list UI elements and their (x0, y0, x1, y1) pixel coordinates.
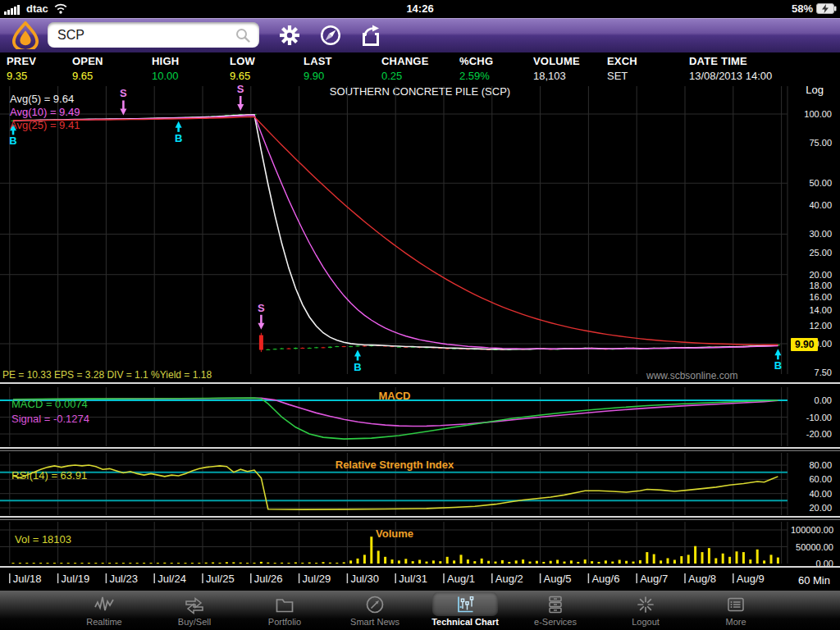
date-axis-tick: Aug/7 (640, 573, 668, 585)
price-axis-tick: 14.00 (809, 305, 832, 315)
date-axis-tick: Jul/24 (158, 573, 186, 585)
last-price-tag: 9.90 (791, 338, 818, 351)
tab-buy-sell[interactable]: Buy/Sell (149, 591, 240, 630)
svg-text:20.00: 20.00 (809, 503, 832, 513)
svg-text:-20.00: -20.00 (806, 429, 832, 439)
date-axis-tick: Aug/1 (447, 573, 475, 585)
search-input[interactable] (56, 27, 235, 43)
quote-value: 9.65 (72, 70, 145, 82)
ma-legend-line: Avg(25) = 9.41 (10, 119, 80, 131)
quote-value: SET (607, 70, 682, 82)
battery-percent: 58% (792, 2, 813, 15)
tab-realtime[interactable]: Realtime (59, 591, 149, 630)
sell-marker: S (237, 83, 244, 95)
scb-logo-icon[interactable] (10, 21, 41, 49)
date-axis-tick: Jul/23 (109, 573, 138, 585)
quote-col-change: CHANGE0.25 (375, 52, 453, 84)
svg-text:-10.00: -10.00 (806, 413, 832, 422)
tab-label: Technical Chart (431, 617, 499, 627)
quote-label: CHANGE (381, 55, 453, 67)
tab-portfolio[interactable]: Portfolio (240, 591, 330, 630)
ma-legend-line: Avg(10) = 9.49 (10, 106, 80, 118)
price-axis-tick: 40.00 (809, 200, 832, 210)
settings-gear-icon[interactable] (277, 24, 302, 47)
panel-divider (0, 450, 840, 451)
tab-logout[interactable]: Logout (600, 591, 691, 630)
browser-compass-icon[interactable] (318, 24, 343, 47)
quote-value: 9.65 (230, 70, 297, 82)
quote-label: LOW (230, 55, 297, 67)
date-axis-tick: Jul/30 (350, 573, 379, 585)
date-axis-tick: Jul/31 (399, 573, 427, 585)
quote-label: DATE TIME (689, 55, 840, 67)
tab-more[interactable]: More (691, 591, 781, 630)
price-axis-tick: 12.00 (809, 321, 832, 331)
rsi-panel-title: Relative Strength Index (0, 459, 789, 471)
date-axis-tick: Aug/5 (544, 573, 572, 585)
buy-marker: B (354, 361, 361, 373)
svg-text:50000.00: 50000.00 (796, 542, 833, 552)
tab-label: More (725, 617, 746, 627)
fundamentals-line: PE = 10.33 EPS = 3.28 DIV = 1.1 %Yield =… (2, 369, 212, 381)
quote-col-exch: EXCHSET (600, 52, 682, 84)
tab-label: Smart News (350, 617, 399, 627)
date-axis-tick: Aug/9 (737, 573, 765, 585)
battery-charging-icon (816, 3, 837, 14)
tab-smart-news[interactable]: Smart News (330, 591, 420, 630)
quote-col--chg: %CHG2.59% (453, 52, 527, 84)
quote-col-date-time: DATE TIME13/08/2013 14:00 (682, 52, 840, 84)
panel-divider (0, 566, 840, 568)
quote-col-last: LAST9.90 (297, 52, 375, 84)
quote-col-prev: PREV9.35 (0, 52, 66, 84)
technical-chart-icon (432, 592, 498, 616)
price-axis-tick: 16.00 (809, 292, 832, 302)
price-axis-tick: 25.00 (809, 248, 832, 258)
price-axis-tick: 100.00 (804, 109, 832, 119)
quote-label: EXCH (607, 55, 682, 67)
quote-value: 13/08/2013 14:00 (689, 70, 840, 82)
date-axis-tick: Jul/19 (62, 573, 90, 585)
eservices-icon (523, 592, 588, 616)
tab-e-services[interactable]: e-Services (510, 591, 600, 630)
panel-divider (0, 519, 840, 520)
interval-label[interactable]: 60 Min (798, 574, 830, 587)
quote-value: 2.59% (459, 70, 527, 82)
date-axis-tick: Jul/29 (303, 573, 331, 585)
price-axis-tick: 18.00 (809, 281, 832, 290)
panel-divider (0, 447, 840, 449)
grid-lines (0, 86, 788, 564)
rsi-value-label: RSI(14) = 63.91 (11, 469, 87, 482)
svg-text:60.00: 60.00 (809, 474, 832, 484)
date-axis-tick: Jul/26 (254, 573, 283, 585)
panel-divider (0, 516, 840, 518)
date-axis-tick: Aug/8 (688, 573, 716, 585)
share-icon[interactable] (358, 24, 382, 47)
realtime-icon (71, 592, 137, 616)
buysell-icon (162, 592, 227, 616)
quote-value: 10.00 (152, 70, 223, 82)
tab-label: Buy/Sell (178, 617, 211, 627)
volume-panel-title: Volume (0, 527, 789, 540)
macd-panel-title: MACD (0, 390, 789, 402)
watermark: www.scbsonline.com (646, 370, 737, 381)
tab-label: Portfolio (268, 617, 301, 627)
svg-text:100000.00: 100000.00 (791, 525, 833, 535)
price-axis-tick: 20.00 (809, 270, 832, 280)
status-bar: dtac 14:26 58% (0, 0, 840, 18)
tab-label: e-Services (534, 617, 577, 627)
date-axis-tick: Aug/6 (591, 573, 619, 585)
quote-label: PREV (7, 55, 66, 67)
quote-value: 9.35 (7, 70, 66, 82)
quote-label: HIGH (152, 55, 223, 67)
chart-canvas[interactable]: BSBSSBB100.0075.0050.0040.0030.0025.0020… (0, 82, 840, 591)
sell-marker: S (120, 87, 127, 99)
svg-text:40.00: 40.00 (809, 489, 832, 499)
portfolio-icon (252, 592, 317, 616)
panel-divider (0, 382, 840, 384)
quote-value: 0.25 (381, 70, 453, 82)
quote-col-open: OPEN9.65 (66, 52, 145, 84)
symbol-search-field[interactable] (48, 22, 259, 48)
smartnews-icon (342, 592, 408, 616)
price-axis-tick: 50.00 (809, 178, 832, 188)
tab-technical-chart[interactable]: Technical Chart (420, 591, 510, 630)
